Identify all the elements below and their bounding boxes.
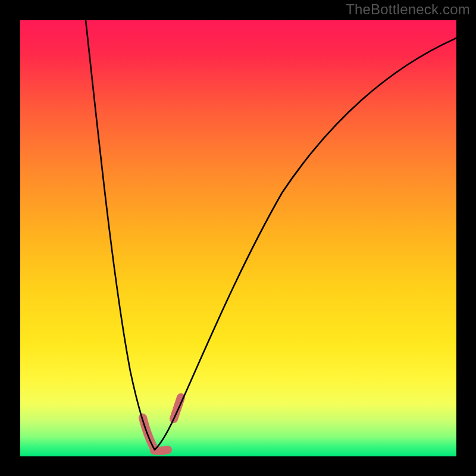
watermark-text: TheBottleneck.com	[346, 1, 470, 18]
chart-frame: TheBottleneck.com	[0, 0, 476, 476]
curve-highlight-segments	[143, 397, 181, 451]
curve-main	[86, 20, 456, 450]
plot-area	[20, 20, 456, 456]
bottleneck-curve	[20, 20, 456, 456]
curve-highlight	[154, 450, 168, 451]
